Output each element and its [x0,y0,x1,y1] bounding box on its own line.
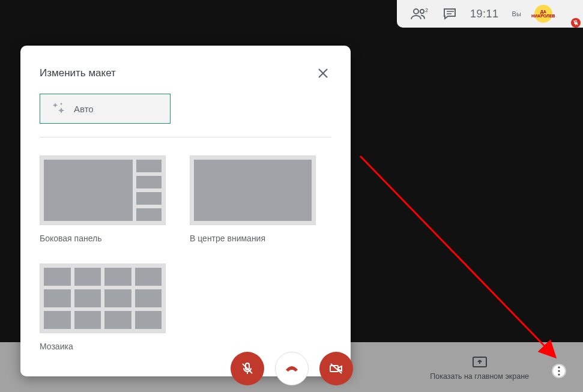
more-vert-icon [558,366,560,376]
svg-point-12 [558,366,560,368]
camera-off-button[interactable] [319,352,353,385]
svg-point-13 [558,370,560,372]
layout-option-mosaic-label: Мозаика [40,342,166,351]
sparkle-icon [51,101,65,116]
top-status-bar: 2 19:11 Вы ДАНИАРОЛЕВ [397,0,583,28]
phone-hangup-icon [283,360,301,378]
layout-option-sidebar[interactable]: Боковая панель [40,155,166,243]
svg-point-7 [61,103,62,105]
camera-off-icon [328,361,344,376]
present-icon [472,355,488,369]
chat-button[interactable] [443,7,457,20]
hangup-button[interactable] [275,352,309,385]
close-icon [317,67,329,79]
participants-button[interactable]: 2 [410,7,429,20]
layout-preview-sidebar [40,155,166,225]
avatar[interactable]: ДАНИАРОЛЕВ [534,5,552,23]
svg-point-14 [558,373,560,375]
present-label: Показать на главном экране [430,372,529,381]
layout-option-sidebar-label: Боковая панель [40,234,166,243]
dialog-title: Изменить макет [40,67,116,79]
change-layout-dialog: Изменить макет Авто [20,46,351,376]
layout-preview-mosaic [40,264,166,333]
present-screen-button[interactable]: Показать на главном экране [430,355,529,381]
participant-count: 2 [425,7,428,13]
mic-off-icon [240,361,255,376]
mic-muted-icon [571,18,581,28]
more-options-button[interactable] [552,364,566,378]
clock: 19:11 [470,8,499,20]
svg-point-0 [414,9,418,14]
layout-option-auto[interactable]: Авто [40,94,171,124]
close-button[interactable] [315,65,331,82]
divider [40,137,331,137]
layout-preview-spotlight [190,155,316,225]
layout-option-spotlight-label: В центре внимания [190,234,316,243]
you-label: Вы [512,10,521,17]
mute-mic-button[interactable] [231,352,264,385]
svg-point-1 [420,10,424,13]
call-controls [231,352,353,385]
layout-option-auto-label: Авто [74,104,94,114]
layout-option-mosaic[interactable]: Мозаика [40,264,166,351]
layout-option-spotlight[interactable]: В центре внимания [190,155,316,243]
